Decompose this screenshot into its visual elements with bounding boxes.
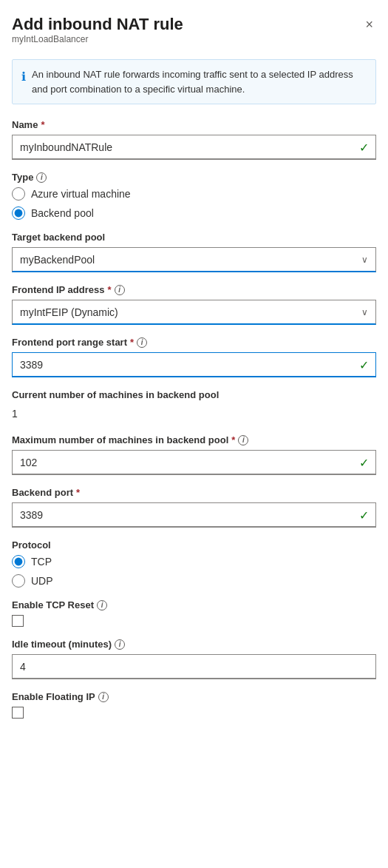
idle-timeout-group: Idle timeout (minutes) i <box>12 639 376 679</box>
current-machines-group: Current number of machines in backend po… <box>12 389 376 423</box>
backend-port-input-wrapper: ✓ <box>12 502 376 528</box>
frontend-ip-group: Frontend IP address * i myIntFEIP (Dynam… <box>12 284 376 325</box>
floating-ip-checkbox[interactable] <box>12 707 24 719</box>
type-field-group: Type i Azure virtual machine Backend poo… <box>12 172 376 220</box>
target-backend-pool-group: Target backend pool myBackendPool ∨ <box>12 232 376 272</box>
frontend-port-input[interactable] <box>12 352 376 377</box>
type-option-pool[interactable]: Backend pool <box>12 206 376 220</box>
page-subtitle: myIntLoadBalancer <box>12 34 183 44</box>
frontend-ip-arrow-icon: ∨ <box>361 307 368 317</box>
current-machines-label: Current number of machines in backend po… <box>12 389 376 400</box>
name-input[interactable] <box>12 135 376 160</box>
tcp-reset-checkbox-group <box>12 615 376 627</box>
type-info-icon[interactable]: i <box>36 172 47 183</box>
name-check-icon: ✓ <box>359 141 369 155</box>
frontend-port-check-icon: ✓ <box>359 358 369 372</box>
idle-timeout-input-wrapper <box>12 654 376 679</box>
frontend-ip-required: * <box>107 284 111 295</box>
type-radio-pool[interactable] <box>12 206 25 220</box>
protocol-option-tcp[interactable]: TCP <box>12 555 376 568</box>
backend-port-group: Backend port * ✓ <box>12 487 376 528</box>
max-machines-required: * <box>231 434 235 445</box>
max-machines-label: Maximum number of machines in backend po… <box>12 434 376 445</box>
tcp-reset-checkbox[interactable] <box>12 615 24 627</box>
backend-port-required: * <box>76 487 80 498</box>
info-banner: ℹ An inbound NAT rule forwards incoming … <box>12 59 376 104</box>
target-backend-pool-dropdown-wrapper: myBackendPool ∨ <box>12 247 376 272</box>
max-machines-check-icon: ✓ <box>359 456 369 470</box>
protocol-udp-label: UDP <box>31 575 53 587</box>
protocol-radio-tcp[interactable] <box>12 555 25 568</box>
frontend-port-info-icon[interactable]: i <box>137 337 147 348</box>
protocol-group: Protocol TCP UDP <box>12 539 376 588</box>
idle-timeout-label: Idle timeout (minutes) i <box>12 639 376 650</box>
panel-header: Add inbound NAT rule myIntLoadBalancer × <box>12 15 376 56</box>
floating-ip-info-icon[interactable]: i <box>98 692 109 702</box>
floating-ip-label: Enable Floating IP i <box>12 691 376 702</box>
info-text: An inbound NAT rule forwards incoming tr… <box>32 67 367 96</box>
current-machines-value: 1 <box>12 405 376 423</box>
idle-timeout-info-icon[interactable]: i <box>115 639 125 650</box>
target-backend-pool-label: Target backend pool <box>12 232 376 243</box>
type-radio-group: Azure virtual machine Backend pool <box>12 187 376 220</box>
frontend-port-required: * <box>130 337 134 348</box>
protocol-label: Protocol <box>12 539 376 551</box>
name-input-wrapper: ✓ <box>12 135 376 160</box>
name-label: Name * <box>12 119 376 130</box>
tcp-reset-group: Enable TCP Reset i <box>12 599 376 627</box>
frontend-ip-value: myIntFEIP (Dynamic) <box>20 306 118 318</box>
close-button[interactable]: × <box>362 15 376 34</box>
frontend-ip-dropdown[interactable]: myIntFEIP (Dynamic) ∨ <box>12 300 376 325</box>
protocol-option-udp[interactable]: UDP <box>12 574 376 588</box>
protocol-radio-udp[interactable] <box>12 574 25 588</box>
protocol-tcp-label: TCP <box>31 556 52 568</box>
tcp-reset-info-icon[interactable]: i <box>97 600 107 610</box>
idle-timeout-input[interactable] <box>12 654 376 679</box>
name-required: * <box>41 119 44 130</box>
floating-ip-checkbox-group <box>12 707 376 719</box>
name-field-group: Name * ✓ <box>12 119 376 160</box>
floating-ip-group: Enable Floating IP i <box>12 691 376 719</box>
frontend-port-input-wrapper: ✓ <box>12 352 376 377</box>
tcp-reset-label: Enable TCP Reset i <box>12 599 376 610</box>
info-icon: ℹ <box>21 68 26 96</box>
max-machines-input[interactable] <box>12 450 376 475</box>
backend-port-check-icon: ✓ <box>359 508 369 522</box>
frontend-port-group: Frontend port range start * i ✓ <box>12 337 376 377</box>
target-backend-pool-value: myBackendPool <box>20 254 95 266</box>
type-radio-pool-label: Backend pool <box>31 207 94 219</box>
frontend-ip-label: Frontend IP address * i <box>12 284 376 295</box>
frontend-port-label: Frontend port range start * i <box>12 337 376 348</box>
type-radio-vm[interactable] <box>12 187 25 201</box>
type-option-vm[interactable]: Azure virtual machine <box>12 187 376 201</box>
max-machines-input-wrapper: ✓ <box>12 450 376 475</box>
page-title: Add inbound NAT rule <box>12 15 183 34</box>
backend-port-label: Backend port * <box>12 487 376 498</box>
backend-port-input[interactable] <box>12 502 376 528</box>
frontend-ip-info-icon[interactable]: i <box>115 285 125 295</box>
target-backend-pool-arrow-icon: ∨ <box>361 255 368 265</box>
type-label: Type i <box>12 172 376 183</box>
frontend-ip-dropdown-wrapper: myIntFEIP (Dynamic) ∨ <box>12 300 376 325</box>
type-radio-vm-label: Azure virtual machine <box>31 188 131 200</box>
protocol-radio-group: TCP UDP <box>12 555 376 588</box>
target-backend-pool-dropdown[interactable]: myBackendPool ∨ <box>12 247 376 272</box>
max-machines-group: Maximum number of machines in backend po… <box>12 434 376 475</box>
max-machines-info-icon[interactable]: i <box>238 435 248 445</box>
